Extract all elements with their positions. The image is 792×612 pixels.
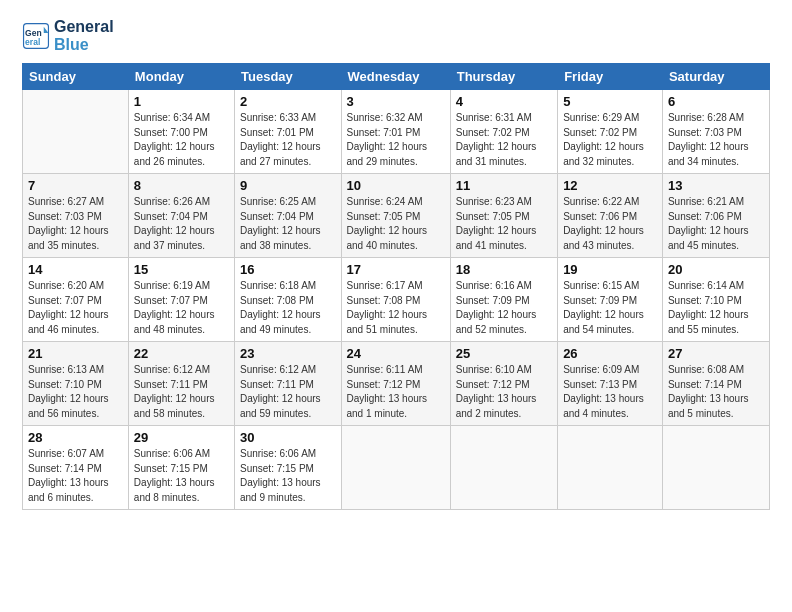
weekday-header-tuesday: Tuesday bbox=[235, 64, 342, 90]
calendar-cell: 2Sunrise: 6:33 AM Sunset: 7:01 PM Daylig… bbox=[235, 90, 342, 174]
day-number: 29 bbox=[134, 430, 229, 445]
day-info: Sunrise: 6:18 AM Sunset: 7:08 PM Dayligh… bbox=[240, 279, 336, 337]
day-info: Sunrise: 6:22 AM Sunset: 7:06 PM Dayligh… bbox=[563, 195, 657, 253]
day-info: Sunrise: 6:17 AM Sunset: 7:08 PM Dayligh… bbox=[347, 279, 445, 337]
day-number: 15 bbox=[134, 262, 229, 277]
svg-text:eral: eral bbox=[25, 36, 40, 46]
calendar-cell: 23Sunrise: 6:12 AM Sunset: 7:11 PM Dayli… bbox=[235, 342, 342, 426]
weekday-header-saturday: Saturday bbox=[662, 64, 769, 90]
day-info: Sunrise: 6:28 AM Sunset: 7:03 PM Dayligh… bbox=[668, 111, 764, 169]
calendar-cell: 9Sunrise: 6:25 AM Sunset: 7:04 PM Daylig… bbox=[235, 174, 342, 258]
day-number: 25 bbox=[456, 346, 552, 361]
calendar-cell: 30Sunrise: 6:06 AM Sunset: 7:15 PM Dayli… bbox=[235, 426, 342, 510]
day-number: 10 bbox=[347, 178, 445, 193]
calendar-cell: 19Sunrise: 6:15 AM Sunset: 7:09 PM Dayli… bbox=[558, 258, 663, 342]
day-info: Sunrise: 6:06 AM Sunset: 7:15 PM Dayligh… bbox=[240, 447, 336, 505]
day-number: 17 bbox=[347, 262, 445, 277]
calendar-cell: 26Sunrise: 6:09 AM Sunset: 7:13 PM Dayli… bbox=[558, 342, 663, 426]
calendar-cell: 3Sunrise: 6:32 AM Sunset: 7:01 PM Daylig… bbox=[341, 90, 450, 174]
day-info: Sunrise: 6:20 AM Sunset: 7:07 PM Dayligh… bbox=[28, 279, 123, 337]
day-info: Sunrise: 6:29 AM Sunset: 7:02 PM Dayligh… bbox=[563, 111, 657, 169]
calendar-cell: 16Sunrise: 6:18 AM Sunset: 7:08 PM Dayli… bbox=[235, 258, 342, 342]
calendar-cell bbox=[558, 426, 663, 510]
logo-icon: Gen eral bbox=[22, 22, 50, 50]
day-number: 18 bbox=[456, 262, 552, 277]
calendar-cell: 13Sunrise: 6:21 AM Sunset: 7:06 PM Dayli… bbox=[662, 174, 769, 258]
day-number: 23 bbox=[240, 346, 336, 361]
day-number: 16 bbox=[240, 262, 336, 277]
calendar-cell: 7Sunrise: 6:27 AM Sunset: 7:03 PM Daylig… bbox=[23, 174, 129, 258]
day-number: 4 bbox=[456, 94, 552, 109]
day-number: 11 bbox=[456, 178, 552, 193]
day-number: 5 bbox=[563, 94, 657, 109]
day-number: 19 bbox=[563, 262, 657, 277]
day-info: Sunrise: 6:06 AM Sunset: 7:15 PM Dayligh… bbox=[134, 447, 229, 505]
day-info: Sunrise: 6:19 AM Sunset: 7:07 PM Dayligh… bbox=[134, 279, 229, 337]
calendar-cell: 10Sunrise: 6:24 AM Sunset: 7:05 PM Dayli… bbox=[341, 174, 450, 258]
day-number: 20 bbox=[668, 262, 764, 277]
day-info: Sunrise: 6:07 AM Sunset: 7:14 PM Dayligh… bbox=[28, 447, 123, 505]
calendar-header-row: SundayMondayTuesdayWednesdayThursdayFrid… bbox=[23, 64, 770, 90]
day-info: Sunrise: 6:09 AM Sunset: 7:13 PM Dayligh… bbox=[563, 363, 657, 421]
weekday-header-friday: Friday bbox=[558, 64, 663, 90]
calendar-cell: 20Sunrise: 6:14 AM Sunset: 7:10 PM Dayli… bbox=[662, 258, 769, 342]
day-info: Sunrise: 6:08 AM Sunset: 7:14 PM Dayligh… bbox=[668, 363, 764, 421]
day-info: Sunrise: 6:27 AM Sunset: 7:03 PM Dayligh… bbox=[28, 195, 123, 253]
day-info: Sunrise: 6:31 AM Sunset: 7:02 PM Dayligh… bbox=[456, 111, 552, 169]
day-number: 8 bbox=[134, 178, 229, 193]
calendar-cell: 1Sunrise: 6:34 AM Sunset: 7:00 PM Daylig… bbox=[128, 90, 234, 174]
calendar-cell: 17Sunrise: 6:17 AM Sunset: 7:08 PM Dayli… bbox=[341, 258, 450, 342]
page: Gen eral General Blue SundayMondayTuesda… bbox=[0, 0, 792, 612]
day-number: 6 bbox=[668, 94, 764, 109]
day-number: 30 bbox=[240, 430, 336, 445]
weekday-header-sunday: Sunday bbox=[23, 64, 129, 90]
day-info: Sunrise: 6:15 AM Sunset: 7:09 PM Dayligh… bbox=[563, 279, 657, 337]
day-number: 1 bbox=[134, 94, 229, 109]
calendar-cell: 29Sunrise: 6:06 AM Sunset: 7:15 PM Dayli… bbox=[128, 426, 234, 510]
calendar-cell: 6Sunrise: 6:28 AM Sunset: 7:03 PM Daylig… bbox=[662, 90, 769, 174]
calendar-cell: 21Sunrise: 6:13 AM Sunset: 7:10 PM Dayli… bbox=[23, 342, 129, 426]
calendar-week-row: 28Sunrise: 6:07 AM Sunset: 7:14 PM Dayli… bbox=[23, 426, 770, 510]
logo: Gen eral General Blue bbox=[22, 18, 114, 53]
day-info: Sunrise: 6:24 AM Sunset: 7:05 PM Dayligh… bbox=[347, 195, 445, 253]
calendar-week-row: 7Sunrise: 6:27 AM Sunset: 7:03 PM Daylig… bbox=[23, 174, 770, 258]
logo-text-blue: Blue bbox=[54, 36, 114, 54]
day-info: Sunrise: 6:32 AM Sunset: 7:01 PM Dayligh… bbox=[347, 111, 445, 169]
logo-text-general: General bbox=[54, 18, 114, 36]
weekday-header-monday: Monday bbox=[128, 64, 234, 90]
calendar-cell: 5Sunrise: 6:29 AM Sunset: 7:02 PM Daylig… bbox=[558, 90, 663, 174]
day-info: Sunrise: 6:12 AM Sunset: 7:11 PM Dayligh… bbox=[134, 363, 229, 421]
calendar-cell: 28Sunrise: 6:07 AM Sunset: 7:14 PM Dayli… bbox=[23, 426, 129, 510]
day-number: 3 bbox=[347, 94, 445, 109]
day-info: Sunrise: 6:21 AM Sunset: 7:06 PM Dayligh… bbox=[668, 195, 764, 253]
day-number: 9 bbox=[240, 178, 336, 193]
weekday-header-thursday: Thursday bbox=[450, 64, 557, 90]
day-number: 24 bbox=[347, 346, 445, 361]
calendar-cell bbox=[450, 426, 557, 510]
day-number: 12 bbox=[563, 178, 657, 193]
calendar-cell: 4Sunrise: 6:31 AM Sunset: 7:02 PM Daylig… bbox=[450, 90, 557, 174]
calendar-cell bbox=[662, 426, 769, 510]
day-number: 28 bbox=[28, 430, 123, 445]
calendar-cell: 8Sunrise: 6:26 AM Sunset: 7:04 PM Daylig… bbox=[128, 174, 234, 258]
weekday-header-wednesday: Wednesday bbox=[341, 64, 450, 90]
calendar-week-row: 21Sunrise: 6:13 AM Sunset: 7:10 PM Dayli… bbox=[23, 342, 770, 426]
day-info: Sunrise: 6:34 AM Sunset: 7:00 PM Dayligh… bbox=[134, 111, 229, 169]
day-info: Sunrise: 6:12 AM Sunset: 7:11 PM Dayligh… bbox=[240, 363, 336, 421]
calendar-cell: 14Sunrise: 6:20 AM Sunset: 7:07 PM Dayli… bbox=[23, 258, 129, 342]
day-number: 27 bbox=[668, 346, 764, 361]
header: Gen eral General Blue bbox=[22, 18, 770, 53]
day-info: Sunrise: 6:14 AM Sunset: 7:10 PM Dayligh… bbox=[668, 279, 764, 337]
calendar-week-row: 14Sunrise: 6:20 AM Sunset: 7:07 PM Dayli… bbox=[23, 258, 770, 342]
calendar-cell: 27Sunrise: 6:08 AM Sunset: 7:14 PM Dayli… bbox=[662, 342, 769, 426]
day-number: 21 bbox=[28, 346, 123, 361]
day-number: 14 bbox=[28, 262, 123, 277]
day-number: 2 bbox=[240, 94, 336, 109]
calendar-cell: 22Sunrise: 6:12 AM Sunset: 7:11 PM Dayli… bbox=[128, 342, 234, 426]
day-info: Sunrise: 6:11 AM Sunset: 7:12 PM Dayligh… bbox=[347, 363, 445, 421]
day-info: Sunrise: 6:33 AM Sunset: 7:01 PM Dayligh… bbox=[240, 111, 336, 169]
day-info: Sunrise: 6:13 AM Sunset: 7:10 PM Dayligh… bbox=[28, 363, 123, 421]
day-info: Sunrise: 6:10 AM Sunset: 7:12 PM Dayligh… bbox=[456, 363, 552, 421]
day-info: Sunrise: 6:23 AM Sunset: 7:05 PM Dayligh… bbox=[456, 195, 552, 253]
day-number: 22 bbox=[134, 346, 229, 361]
